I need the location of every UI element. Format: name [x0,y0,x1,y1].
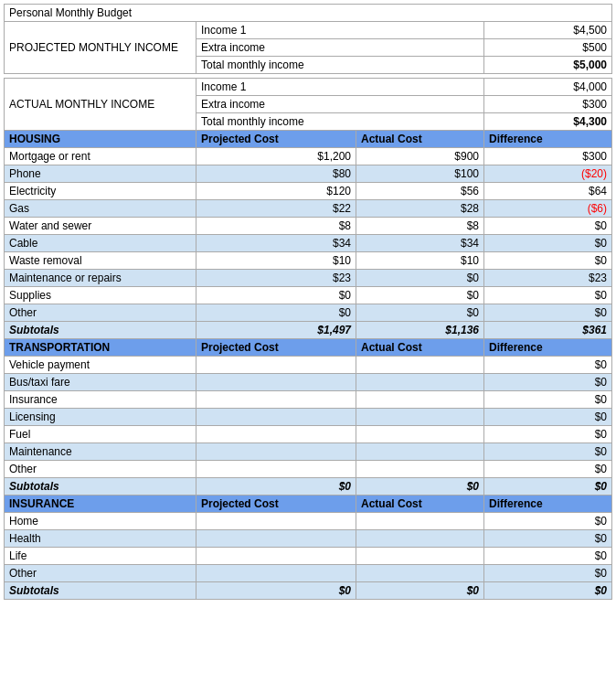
housing-item-4: Water and sewer [5,218,196,235]
insurance-actual-2 [356,548,484,565]
insurance-diff-header: Difference [484,496,612,513]
housing-diff-6: $0 [484,252,612,270]
housing-item-2: Electricity [5,183,196,200]
insurance-proj-3 [196,565,356,582]
actual-income-val-2: $300 [484,96,612,113]
housing-row-9: Other $0 $0 $0 [5,304,612,322]
insurance-diff-3: $0 [484,565,612,582]
transport-item-5: Maintenance [5,443,196,461]
transport-row-2: Insurance $0 [5,391,612,409]
insurance-proj-header: Projected Cost [196,496,356,513]
housing-actual-8: $0 [356,287,484,304]
housing-proj-2: $120 [196,183,356,200]
insurance-subtotal-actual: $0 [356,582,484,600]
insurance-row-1: Health $0 [5,530,612,548]
insurance-row-0: Home $0 [5,513,612,530]
housing-item-7: Maintenance or repairs [5,270,196,287]
proj-income-val-1: $4,500 [484,22,612,39]
insurance-subtotal-label: Subtotals [5,582,196,600]
proj-income-name-3: Total monthly income [196,57,484,74]
housing-label: HOUSING [5,131,196,148]
housing-row-8: Supplies $0 $0 $0 [5,287,612,304]
housing-row-3: Gas $22 $28 ($6) [5,200,612,218]
housing-header-row: HOUSING Projected Cost Actual Cost Diffe… [5,131,612,148]
transport-diff-0: $0 [484,357,612,374]
proj-income-val-3: $5,000 [484,57,612,74]
housing-diff-0: $300 [484,148,612,165]
housing-actual-5: $34 [356,235,484,252]
insurance-item-2: Life [5,548,196,565]
transport-actual-4 [356,426,484,443]
housing-proj-6: $10 [196,252,356,270]
transport-actual-6 [356,461,484,478]
housing-proj-header: Projected Cost [196,131,356,148]
transport-diff-5: $0 [484,443,612,461]
proj-income-row-1: PROJECTED MONTHLY INCOME Income 1 $4,500 [5,22,612,39]
transport-subtotal-row: Subtotals $0 $0 $0 [5,478,612,496]
proj-income-name-1: Income 1 [196,22,484,39]
housing-proj-0: $1,200 [196,148,356,165]
title-row: Personal Monthly Budget [5,5,612,22]
insurance-proj-0 [196,513,356,530]
housing-diff-8: $0 [484,287,612,304]
insurance-item-0: Home [5,513,196,530]
housing-proj-7: $23 [196,270,356,287]
transport-label: TRANSPORTATION [5,339,196,357]
transport-proj-1 [196,374,356,391]
housing-diff-9: $0 [484,304,612,322]
housing-item-8: Supplies [5,287,196,304]
housing-proj-4: $8 [196,218,356,235]
housing-proj-3: $22 [196,200,356,218]
housing-actual-6: $10 [356,252,484,270]
transport-row-6: Other $0 [5,461,612,478]
transport-proj-2 [196,391,356,409]
budget-table: Personal Monthly Budget PROJECTED MONTHL… [4,4,612,600]
housing-diff-header: Difference [484,131,612,148]
transport-item-1: Bus/taxi fare [5,374,196,391]
proj-income-name-2: Extra income [196,39,484,57]
transport-proj-6 [196,461,356,478]
transport-actual-3 [356,409,484,426]
housing-diff-2: $64 [484,183,612,200]
housing-diff-5: $0 [484,235,612,252]
projected-income-label: PROJECTED MONTHLY INCOME [5,22,196,74]
housing-row-0: Mortgage or rent $1,200 $900 $300 [5,148,612,165]
transport-proj-5 [196,443,356,461]
transport-subtotal-actual: $0 [356,478,484,496]
transport-diff-4: $0 [484,426,612,443]
insurance-item-1: Health [5,530,196,548]
insurance-actual-1 [356,530,484,548]
insurance-actual-3 [356,565,484,582]
housing-item-6: Waste removal [5,252,196,270]
housing-row-4: Water and sewer $8 $8 $0 [5,218,612,235]
insurance-proj-2 [196,548,356,565]
housing-subtotal-label: Subtotals [5,322,196,339]
transport-actual-2 [356,391,484,409]
housing-actual-1: $100 [356,165,484,183]
transport-proj-3 [196,409,356,426]
transport-row-1: Bus/taxi fare $0 [5,374,612,391]
actual-income-name-3: Total monthly income [196,113,484,131]
transport-diff-6: $0 [484,461,612,478]
transport-subtotal-proj: $0 [196,478,356,496]
housing-row-5: Cable $34 $34 $0 [5,235,612,252]
transport-actual-5 [356,443,484,461]
housing-row-2: Electricity $120 $56 $64 [5,183,612,200]
housing-actual-0: $900 [356,148,484,165]
transport-subtotal-diff: $0 [484,478,612,496]
housing-subtotal-diff: $361 [484,322,612,339]
transport-diff-3: $0 [484,409,612,426]
insurance-diff-1: $0 [484,530,612,548]
housing-subtotal-actual: $1,136 [356,322,484,339]
housing-row-6: Waste removal $10 $10 $0 [5,252,612,270]
insurance-actual-0 [356,513,484,530]
housing-subtotal-row: Subtotals $1,497 $1,136 $361 [5,322,612,339]
insurance-header-row: INSURANCE Projected Cost Actual Cost Dif… [5,496,612,513]
insurance-actual-header: Actual Cost [356,496,484,513]
actual-income-label: ACTUAL MONTHLY INCOME [5,79,196,131]
housing-diff-1: ($20) [484,165,612,183]
housing-proj-5: $34 [196,235,356,252]
transport-proj-header: Projected Cost [196,339,356,357]
housing-item-9: Other [5,304,196,322]
transport-proj-4 [196,426,356,443]
